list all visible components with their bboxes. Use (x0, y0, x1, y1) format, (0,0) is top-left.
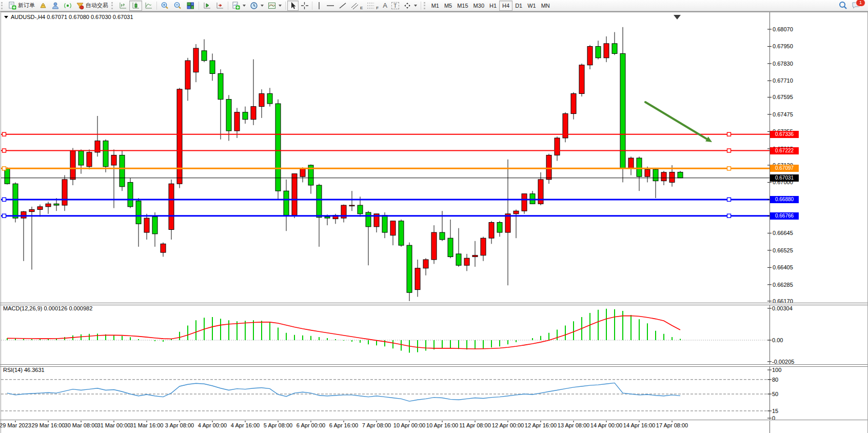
rsi-indicator-label: RSI(14) 46.3631 (3, 367, 45, 373)
hline-price-tag[interactable]: 0.67097 (770, 165, 799, 172)
toolbar-grip[interactable] (111, 2, 115, 9)
auto-scroll-button[interactable] (201, 1, 213, 11)
pane-separator-macd[interactable] (0, 303, 868, 305)
line-chart-mode-button[interactable] (142, 1, 155, 11)
price-tick-label: 0.67950 (773, 43, 793, 49)
hline-handle[interactable] (3, 149, 6, 152)
candle-body (481, 238, 486, 255)
indicators-button[interactable] (230, 1, 248, 11)
horizontal-line-tool-button[interactable] (324, 1, 337, 11)
search-button[interactable] (836, 1, 850, 11)
candle-body (152, 216, 157, 233)
channel-tool-button[interactable]: E (349, 1, 365, 11)
auto-scroll-icon (203, 2, 211, 10)
hline-handle[interactable] (727, 149, 731, 152)
timeframe-w1-button[interactable]: W1 (525, 1, 539, 10)
macd-tick-label: 0.00 (772, 337, 783, 343)
hline-handle[interactable] (3, 198, 6, 201)
mt4-terminal: 新订单 自动交易 (0, 0, 868, 433)
candle-body (120, 155, 125, 186)
shapes-dropdown-icon[interactable] (414, 5, 417, 7)
notifications-button[interactable]: 1 (850, 1, 863, 11)
candlestick-mode-button[interactable] (129, 1, 142, 11)
timeframe-d1-button[interactable]: D1 (512, 1, 525, 10)
bar-chart-mode-button[interactable] (116, 1, 129, 11)
indicators-dropdown-icon[interactable] (243, 5, 246, 7)
timeframe-m30-button[interactable]: M30 (471, 1, 487, 10)
candle-body (669, 172, 675, 183)
templates-dropdown-icon[interactable] (279, 5, 282, 7)
community-button[interactable] (49, 1, 62, 11)
hline-price-tag[interactable]: 0.67222 (770, 147, 799, 154)
timeframe-h4-button[interactable]: H4 (499, 1, 512, 11)
search-icon (838, 1, 847, 10)
toolbar-grip[interactable] (424, 2, 428, 9)
templates-button[interactable] (266, 1, 284, 11)
hline-price-tag[interactable]: 0.66880 (770, 196, 799, 203)
shapes-tool-button[interactable] (401, 1, 419, 11)
periods-button[interactable] (248, 1, 266, 11)
chart-window: AUDUSD-,H4 0.67071 0.67080 0.67030 0.670… (0, 11, 868, 433)
vertical-line-tool-button[interactable] (314, 1, 324, 11)
timeframe-m1-button[interactable]: M1 (429, 1, 442, 10)
pane-separator-rsi[interactable] (0, 364, 868, 367)
tile-windows-button[interactable] (184, 1, 197, 11)
candle-body (218, 73, 223, 99)
hline-handle[interactable] (727, 198, 731, 201)
text-tool-icon: A (383, 2, 387, 9)
symbol-header[interactable]: AUDUSD-,H4 0.67071 0.67080 0.67030 0.670… (4, 14, 133, 20)
candle-body (234, 112, 240, 131)
macd-signal-line (7, 316, 680, 348)
candle-body (111, 155, 116, 165)
zoom-in-button[interactable] (159, 1, 171, 11)
crosshair-icon (301, 2, 308, 10)
candle-body (678, 172, 683, 178)
hline-handle[interactable] (727, 167, 731, 170)
macd-indicator-label: MACD(12,26,9) 0.000126 0.000982 (3, 305, 92, 311)
timeframe-mn-button[interactable]: MN (539, 1, 553, 10)
crosshair-tool-button[interactable] (299, 1, 310, 11)
zoom-in-icon (161, 2, 169, 10)
hline-price-tag[interactable]: 0.67336 (770, 131, 799, 138)
text-tool-button[interactable]: A (381, 1, 389, 11)
chart-shift-marker-icon[interactable] (674, 15, 681, 19)
time-axis-separator (0, 420, 868, 421)
hline-price-tag[interactable]: 0.66766 (770, 212, 799, 220)
hline-handle[interactable] (727, 214, 731, 218)
hline-handle[interactable] (3, 132, 6, 136)
trendline-tool-button[interactable] (337, 1, 349, 11)
toolbar-separator (421, 2, 421, 10)
market-watch-button[interactable] (37, 1, 49, 11)
timeframe-m5-button[interactable]: M5 (442, 1, 455, 10)
timeframe-h1-button[interactable]: H1 (487, 1, 499, 10)
fibonacci-tool-button[interactable]: F (365, 1, 381, 11)
toolbar: 新订单 自动交易 (0, 0, 868, 11)
bid-price-tag[interactable]: 0.67031 (770, 174, 799, 182)
hline-handle[interactable] (3, 167, 6, 170)
toolbar-separator (156, 2, 157, 10)
hline-handle[interactable] (3, 214, 6, 218)
timeframe-m15-button[interactable]: M15 (455, 1, 470, 10)
chart-canvas[interactable] (0, 12, 868, 433)
periods-dropdown-icon[interactable] (261, 5, 264, 7)
new-order-button[interactable]: 新订单 (6, 1, 37, 11)
chart-shift-button[interactable] (213, 1, 226, 11)
shapes-arrows-icon (403, 2, 411, 10)
cursor-tool-button[interactable] (287, 1, 299, 11)
toolbar-grip[interactable] (1, 2, 5, 9)
candle-body (259, 94, 264, 107)
hline-handle[interactable] (727, 132, 731, 136)
autotrade-label: 自动交易 (86, 2, 108, 9)
notification-badge[interactable]: 1 (856, 0, 865, 7)
symbol-dropdown-icon[interactable] (4, 16, 8, 18)
signal-button[interactable] (62, 1, 74, 11)
toolbar-separator (312, 2, 312, 10)
zoom-out-button[interactable] (171, 1, 184, 11)
candle-body (13, 184, 18, 218)
autotrade-button[interactable]: 自动交易 (74, 1, 110, 11)
trendline-icon (339, 2, 347, 10)
label-tool-button[interactable]: T (389, 1, 401, 11)
candle-body (193, 48, 199, 72)
price-tick-label: 0.66285 (773, 282, 793, 288)
candle-body (497, 223, 502, 233)
